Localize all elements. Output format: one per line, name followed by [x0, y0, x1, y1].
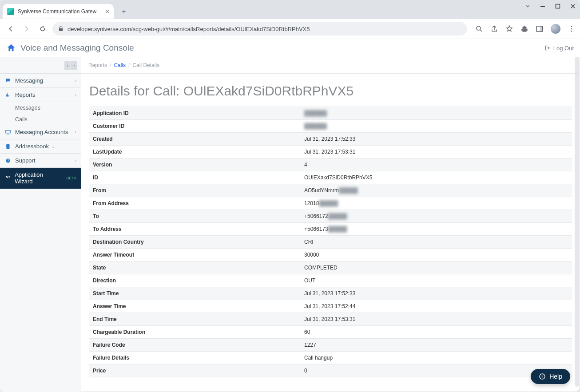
- help-label: Help: [549, 373, 562, 380]
- svg-rect-0: [540, 6, 545, 7]
- detail-key: Version: [89, 158, 301, 171]
- detail-key: Start Time: [89, 287, 301, 300]
- detail-row: Price0: [89, 364, 572, 377]
- sidebar-item-messaging-accounts[interactable]: Messaging Accounts ‹: [0, 125, 81, 139]
- arrow-right-icon: [23, 25, 31, 33]
- breadcrumb: Reports / Calls / Call Details: [81, 57, 580, 74]
- sidebar-item-addressbook[interactable]: Addressbook ‹: [0, 139, 81, 154]
- favicon-icon: [7, 8, 14, 15]
- new-tab-button[interactable]: [117, 5, 131, 18]
- window-minimize-button[interactable]: [539, 3, 546, 10]
- help-circle-icon: ?: [4, 158, 12, 164]
- browser-tab[interactable]: Syniverse Communication Gatew ×: [3, 4, 114, 19]
- detail-row: End TimeJul 31, 2023 17:53:31: [89, 313, 572, 326]
- sidebar-item-support[interactable]: ? Support ‹: [0, 154, 81, 168]
- beta-badge: BETA: [66, 176, 76, 180]
- extensions-icon[interactable]: [520, 25, 528, 33]
- detail-key: From: [89, 184, 301, 197]
- nav-back-button[interactable]: [4, 23, 17, 35]
- detail-value: ██████: [301, 107, 572, 119]
- sidebar-sub-calls[interactable]: Calls: [0, 114, 81, 125]
- svg-rect-11: [6, 130, 11, 133]
- plus-icon: [121, 8, 127, 15]
- window-chevron-icon[interactable]: [524, 3, 531, 10]
- crumb-calls-link[interactable]: Calls: [114, 62, 126, 68]
- star-icon[interactable]: [505, 25, 513, 33]
- chevron-left-icon: ‹: [52, 144, 54, 149]
- sidebar-item-app-wizard[interactable]: Application Wizard BETA: [0, 168, 81, 189]
- detail-row: Chargeable Duration60: [89, 326, 572, 339]
- detail-row: StateCOMPLETED: [89, 261, 572, 274]
- tab-close-icon[interactable]: ×: [106, 8, 109, 15]
- sidebar-pager: ‹ ›: [0, 57, 81, 74]
- detail-key: Created: [89, 133, 301, 145]
- monitor-icon: [4, 129, 12, 135]
- tab-title: Syniverse Communication Gatew: [18, 8, 96, 15]
- sidebar-item-reports[interactable]: Reports ‹: [0, 88, 81, 102]
- sidepanel-icon[interactable]: [536, 25, 544, 33]
- chevron-left-icon: ‹: [75, 158, 76, 163]
- pager-prev[interactable]: ‹: [64, 61, 71, 70]
- detail-row: CreatedJul 31, 2023 17:52:33: [89, 133, 572, 146]
- detail-key: End Time: [89, 313, 301, 325]
- svg-point-6: [571, 28, 572, 29]
- detail-value: 4: [301, 158, 572, 171]
- svg-rect-9: [7, 93, 8, 96]
- browser-right-icons: [475, 24, 576, 34]
- chevron-left-icon: ‹: [75, 78, 76, 83]
- detail-row: To Address+5066173█████: [89, 223, 572, 236]
- sidebar-item-label: Messaging Accounts: [15, 129, 68, 135]
- detail-value: ██████: [301, 120, 572, 132]
- app-window: Syniverse Communication Gatew ×: [0, 0, 580, 392]
- app-title: Voice and Messaging Console: [20, 43, 134, 53]
- detail-value: CRI: [301, 236, 572, 248]
- detail-row: LastUpdateJul 31, 2023 17:53:31: [89, 146, 572, 158]
- sidebar-item-label: Support: [15, 157, 36, 164]
- kebab-menu-icon[interactable]: [568, 25, 576, 33]
- detail-row: Answer Timeout30000: [89, 249, 572, 261]
- svg-point-7: [571, 31, 572, 32]
- logout-button[interactable]: Log Out: [544, 45, 574, 51]
- svg-text:?: ?: [7, 159, 9, 162]
- window-close-button[interactable]: [569, 3, 576, 10]
- sidebar: ‹ › Messaging ‹ Reports ‹ Messages Calls…: [0, 57, 81, 392]
- detail-value: AO5udYNmrm█████: [301, 184, 572, 197]
- svg-rect-8: [6, 94, 7, 96]
- svg-rect-10: [8, 95, 9, 97]
- detail-value: 60: [301, 326, 572, 338]
- detail-key: Chargeable Duration: [89, 326, 301, 338]
- window-maximize-button[interactable]: [554, 3, 561, 10]
- share-icon[interactable]: [490, 25, 498, 33]
- detail-row: From Address12018█████: [89, 197, 572, 210]
- detail-row: IDOUlEXakd7SiD0RtbRPhVX5: [89, 171, 572, 184]
- addressbook-icon: [4, 143, 12, 150]
- sidebar-item-label: Messaging: [15, 77, 43, 84]
- detail-key: Price: [89, 364, 301, 377]
- detail-row: Failure DetailsCall hangup: [89, 352, 572, 364]
- zoom-icon[interactable]: [475, 25, 483, 33]
- detail-row: Version4: [89, 158, 572, 171]
- sidebar-item-label: Reports: [15, 91, 36, 98]
- detail-value: +5066173█████: [301, 223, 572, 235]
- help-button[interactable]: ? Help: [531, 369, 570, 384]
- detail-row: To+5066172█████: [89, 210, 572, 223]
- chat-icon: [4, 78, 12, 84]
- scrollbar[interactable]: [575, 57, 579, 387]
- detail-key: Customer ID: [89, 120, 301, 132]
- address-bar[interactable]: developer.syniverse.com/scg-web-gui/#/ma…: [52, 22, 467, 36]
- detail-value: 1227: [301, 339, 572, 351]
- crumb-root: Reports: [88, 62, 107, 68]
- nav-reload-button[interactable]: [36, 23, 49, 35]
- main-area: ‹ › Messaging ‹ Reports ‹ Messages Calls…: [0, 57, 580, 392]
- pager-next[interactable]: ›: [71, 61, 77, 70]
- sidebar-sub-messages[interactable]: Messages: [0, 102, 81, 114]
- sidebar-item-messaging[interactable]: Messaging ‹: [0, 74, 81, 88]
- chevron-left-icon: ‹: [75, 92, 76, 97]
- detail-key: Answer Time: [89, 300, 301, 313]
- detail-key: ID: [89, 171, 301, 184]
- svg-point-2: [477, 26, 481, 30]
- page: Details for Call: OUlEXakd7SiD0RtbRPhVX5…: [81, 74, 580, 388]
- profile-avatar[interactable]: [551, 24, 560, 34]
- logout-icon: [544, 45, 551, 51]
- home-icon[interactable]: [6, 43, 16, 53]
